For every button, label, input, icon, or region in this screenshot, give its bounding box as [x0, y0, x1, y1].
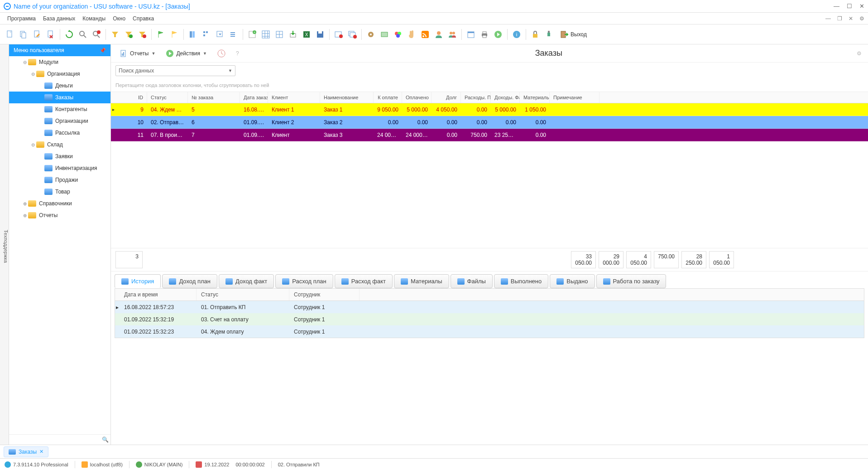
menu-program[interactable]: Программа	[4, 14, 39, 24]
filter-off-icon[interactable]	[136, 28, 149, 41]
col-debt[interactable]: Долг	[432, 92, 461, 103]
search-input[interactable]: Поиск данных ▼	[115, 65, 235, 76]
col-paid[interactable]: Оплачено	[402, 92, 432, 103]
mdi-restore-button[interactable]: ❐	[837, 15, 842, 22]
copy-doc-icon[interactable]	[17, 28, 30, 41]
expand-icon[interactable]: ⊖	[30, 142, 36, 147]
forward-icon[interactable]	[492, 28, 504, 41]
task-dropdown-icon[interactable]	[227, 28, 240, 41]
tree-node-4[interactable]: Контрагенты	[9, 103, 110, 115]
detail-tab-0[interactable]: История	[115, 274, 161, 288]
expand-icon[interactable]: ⊕	[22, 213, 28, 218]
tree-node-0[interactable]: ⊖Модули	[9, 56, 110, 68]
col-status[interactable]: Статус	[147, 92, 188, 103]
detail-tab-7[interactable]: Выполнено	[494, 274, 548, 288]
tree-node-8[interactable]: Заявки	[9, 150, 110, 162]
calendar-icon[interactable]	[465, 28, 477, 41]
tree-node-12[interactable]: ⊕Справочники	[9, 198, 110, 209]
print-icon[interactable]	[478, 28, 491, 41]
grid-row[interactable]: 1107. В производ...701.09.2022КлиентЗака…	[111, 129, 868, 141]
import-icon[interactable]	[287, 28, 299, 41]
rss-icon[interactable]	[419, 28, 432, 41]
color-icon[interactable]	[392, 28, 404, 41]
mdi-close-button[interactable]: ✕	[849, 15, 853, 22]
content-gear-icon[interactable]: ⚙	[855, 48, 863, 58]
plug-icon[interactable]	[542, 28, 555, 41]
add-icon[interactable]: +	[246, 28, 259, 41]
screenshot-icon[interactable]	[378, 28, 391, 41]
mdi-gear-icon[interactable]: ⚙	[859, 15, 864, 22]
close-button[interactable]: ✕	[859, 3, 864, 10]
col-id[interactable]: ID	[115, 92, 147, 103]
tree-search-icon[interactable]: 🔍	[102, 436, 109, 443]
maximize-button[interactable]: ☐	[847, 3, 852, 10]
tree-node-2[interactable]: Деньги	[9, 80, 110, 92]
detail-tab-6[interactable]: Файлы	[451, 274, 493, 288]
actions-button[interactable]: Действия ▼	[162, 47, 211, 60]
col-expenses-plan[interactable]: Расходы. План	[461, 92, 491, 103]
support-tab[interactable]: Техподдержка	[0, 44, 9, 445]
gear-icon[interactable]	[364, 28, 377, 41]
excel-icon[interactable]: X	[300, 28, 313, 41]
hcol-status[interactable]: Статус	[197, 289, 289, 300]
windows-x-icon[interactable]	[346, 28, 359, 41]
hcol-datetime[interactable]: Дата и время	[120, 289, 197, 300]
exit-button[interactable]: Выход	[556, 28, 590, 41]
history-row[interactable]: ▸16.08.2022 18:57:2301. Отправить КПСотр…	[115, 301, 864, 313]
window-x-icon[interactable]	[332, 28, 345, 41]
col-topay[interactable]: К оплате	[374, 92, 402, 103]
filter-on-icon[interactable]	[122, 28, 135, 41]
col-note[interactable]: Примечание	[550, 92, 599, 103]
flag-yellow-icon[interactable]	[168, 28, 181, 41]
menu-help[interactable]: Справка	[129, 14, 158, 24]
tree-node-3[interactable]: Заказы	[9, 92, 110, 103]
menu-database[interactable]: База данных	[39, 14, 79, 24]
clock-button[interactable]	[213, 47, 230, 60]
menu-window[interactable]: Окно	[109, 14, 129, 24]
tree-node-1[interactable]: ⊖Организация	[9, 68, 110, 80]
user-icon[interactable]	[432, 28, 445, 41]
help-small-button[interactable]: ?	[232, 48, 243, 58]
refresh-icon[interactable]	[63, 28, 76, 41]
tree-node-9[interactable]: Инвентаризация	[9, 162, 110, 174]
tree-node-6[interactable]: Рассылка	[9, 127, 110, 139]
edit-doc-icon[interactable]	[31, 28, 43, 41]
detail-tab-9[interactable]: Работа по заказу	[596, 274, 667, 288]
tree-node-7[interactable]: ⊖Склад	[9, 139, 110, 150]
tree-node-11[interactable]: Товар	[9, 186, 110, 198]
pin-icon[interactable]: 📌	[100, 48, 106, 53]
detail-tab-4[interactable]: Расход факт	[335, 274, 393, 288]
detail-tab-3[interactable]: Расход план	[275, 274, 333, 288]
col-materials[interactable]: Материалы	[520, 92, 550, 103]
hcol-employee[interactable]: Сотрудник	[289, 289, 360, 300]
col-number[interactable]: № заказа	[188, 92, 240, 103]
minimize-button[interactable]: —	[834, 3, 839, 10]
expand-icon[interactable]: ⊖	[22, 60, 28, 65]
history-row[interactable]: 01.09.2022 15:32:2304. Ждем оплатуСотруд…	[115, 325, 864, 338]
tree-node-5[interactable]: Организации	[9, 115, 110, 127]
tree-node-10[interactable]: Продажи	[9, 174, 110, 186]
expand-icon[interactable]: ⊖	[30, 72, 36, 77]
info-icon[interactable]: i	[510, 28, 523, 41]
task-tab-orders[interactable]: Заказы ✕	[4, 446, 48, 457]
detail-tab-8[interactable]: Выдано	[550, 274, 595, 288]
columns-icon[interactable]	[187, 28, 199, 41]
col-client[interactable]: Клиент	[268, 92, 320, 103]
delete-doc-icon[interactable]	[44, 28, 57, 41]
col-income-fact[interactable]: Доходы. Факт	[491, 92, 520, 103]
view-dropdown-icon[interactable]	[214, 28, 226, 41]
lock-icon[interactable]	[529, 28, 542, 41]
col-date[interactable]: Дата заказа	[240, 92, 268, 103]
grid-small-icon[interactable]	[273, 28, 286, 41]
reports-button[interactable]: Отчеты ▼	[115, 47, 159, 60]
search-cancel-icon[interactable]	[90, 28, 103, 41]
tree-node-13[interactable]: ⊕Отчеты	[9, 209, 110, 221]
save-icon[interactable]	[314, 28, 326, 41]
detail-tab-1[interactable]: Доход план	[162, 274, 217, 288]
col-name[interactable]: Наименование	[320, 92, 374, 103]
task-tab-close-icon[interactable]: ✕	[39, 449, 43, 455]
users-icon[interactable]	[446, 28, 459, 41]
flag-green-icon[interactable]	[154, 28, 167, 41]
grid-big-icon[interactable]	[259, 28, 272, 41]
mdi-minimize-button[interactable]: —	[825, 15, 831, 22]
